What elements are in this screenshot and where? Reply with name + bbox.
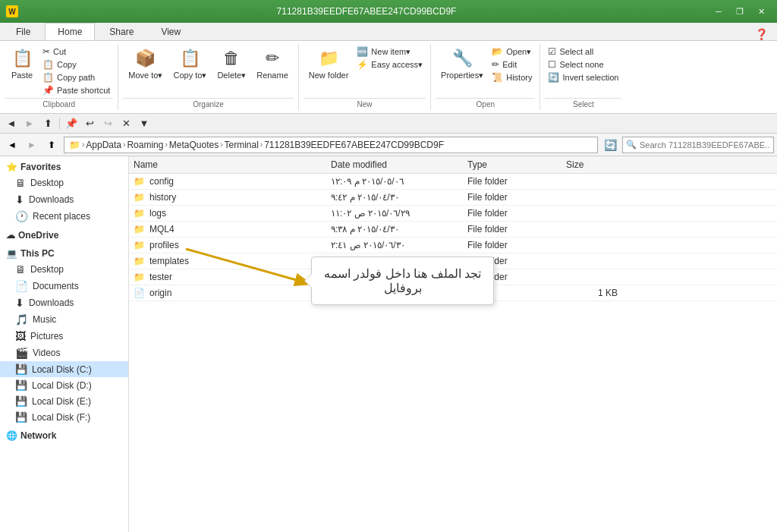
sidebar-item-local-f[interactable]: 💾 Local Disk (F:) [0, 409, 128, 425]
file-list-area: Name Date modified Type Size 📁 config ٢٠… [129, 156, 777, 532]
toolbar-undo-button[interactable]: ↩ [81, 115, 98, 132]
toolbar-redo-button[interactable]: ↪ [99, 115, 116, 132]
tab-file[interactable]: File [3, 23, 43, 40]
callout-line1: تجد الملف هنا داخل فولدر اسمه [324, 266, 481, 281]
ribbon-open-button[interactable]: 📂 Open▾ [489, 46, 535, 58]
file-row-logs[interactable]: 📁 logs ٢٠١٥/٠٦/٢٩ ص ١١:٠٢ File folder [129, 206, 777, 222]
cut-icon: ✂ [42, 46, 50, 57]
delete-icon: 🗑 [219, 46, 244, 71]
toolbar-pin-button[interactable]: 📌 [63, 115, 80, 132]
sidebar: ⭐ Favorites 🖥 Desktop ⬇ Downloads 🕐 Rece… [0, 156, 129, 532]
callout-tooltip: تجد الملف هنا داخل فولدر اسمه بروفايل [311, 257, 494, 305]
file-row-mql4[interactable]: 📁 MQL4 ٢٠١٥/٠٤/٣٠ م ٩:٣٨ File folder [129, 222, 777, 238]
origin-file-icon: 📄 [134, 288, 145, 298]
ribbon-selectnone-button[interactable]: ☐ Select none [545, 58, 621, 71]
pictures-icon: 🖼 [15, 330, 26, 342]
thispc-icon: 💻 [6, 248, 17, 259]
tab-bar: File Home Share View ❓ [0, 23, 777, 41]
nav-forward-button[interactable]: ► [23, 136, 41, 154]
ribbon-invertselection-button[interactable]: 🔄 Invert selection [545, 71, 621, 83]
sidebar-item-local-e[interactable]: 💾 Local Disk (E:) [0, 393, 128, 409]
sidebar-item-local-c[interactable]: 💾 Local Disk (C:) [0, 361, 128, 377]
ribbon-edit-button[interactable]: ✏ Edit [489, 58, 535, 71]
search-bar[interactable]: 🔍 [622, 137, 774, 153]
sidebar-favorites-header[interactable]: ⭐ Favorites [0, 159, 128, 175]
ribbon-history-button[interactable]: 📜 History [489, 71, 535, 83]
mql4-folder-icon: 📁 [134, 224, 145, 235]
maximize-button[interactable]: ❐ [730, 4, 750, 19]
ribbon-newitem-button[interactable]: 🆕 New item▾ [354, 46, 426, 58]
logs-folder-icon: 📁 [134, 208, 145, 219]
downloads-pc-icon: ⬇ [15, 297, 24, 309]
quick-access-toolbar: ◄ ► ⬆ 📌 ↩ ↪ ✕ ▼ [0, 114, 777, 134]
ribbon-delete-button[interactable]: 🗑 Delete▾ [212, 44, 251, 83]
ribbon-group-clipboard: 📋 Paste ✂ Cut 📋 Copy 📋 Copy path [0, 44, 118, 110]
close-button[interactable]: ✕ [751, 4, 771, 19]
ribbon-group-open: 🔧 Properties▾ 📂 Open▾ ✏ Edit 📜 History [431, 44, 540, 110]
file-row-config[interactable]: 📁 config ٢٠١٥/٠٥/٠٦ م ١٢:٠٩ File folder [129, 174, 777, 190]
ribbon-moveto-button[interactable]: 📦 Move to▾ [123, 44, 168, 83]
toolbar-forward-button[interactable]: ► [21, 115, 38, 132]
address-path-bar[interactable]: 📁 › AppData › Roaming › MetaQuotes › Ter… [64, 137, 598, 153]
sidebar-item-desktop-pc[interactable]: 🖥 Desktop [0, 261, 128, 278]
ribbon-copyto-button[interactable]: 📋 Copy to▾ [168, 44, 212, 83]
col-header-type[interactable]: Type [463, 158, 562, 172]
sidebar-item-music[interactable]: 🎵 Music [0, 311, 128, 328]
sidebar-item-local-d[interactable]: 💾 Local Disk (D:) [0, 377, 128, 393]
nav-up-button[interactable]: ⬆ [42, 136, 61, 154]
toolbar-back-button[interactable]: ◄ [3, 115, 20, 132]
ribbon-rename-button[interactable]: ✏ Rename [251, 44, 294, 82]
ribbon-properties-button[interactable]: 🔧 Properties▾ [436, 44, 489, 83]
sidebar-item-recent[interactable]: 🕐 Recent places [0, 208, 128, 225]
copyto-icon: 📋 [178, 46, 202, 71]
tab-home[interactable]: Home [45, 23, 95, 40]
moveto-icon: 📦 [134, 46, 158, 71]
videos-icon: 🎬 [15, 347, 28, 359]
col-header-date[interactable]: Date modified [326, 158, 463, 172]
tab-view[interactable]: View [148, 23, 193, 40]
col-header-size[interactable]: Size [562, 158, 622, 172]
path-icon: 📁 [69, 140, 80, 150]
file-row-profiles[interactable]: 📁 profiles ٢٠١٥/٠٦/٣٠ ص ٢:٤١ File folder [129, 238, 777, 253]
tab-share[interactable]: Share [96, 23, 146, 40]
sidebar-item-desktop-fav[interactable]: 🖥 Desktop [0, 175, 128, 191]
ribbon-easyaccess-button[interactable]: ⚡ Easy access▾ [354, 58, 426, 71]
nav-back-button[interactable]: ◄ [3, 136, 21, 154]
sidebar-item-downloads-pc[interactable]: ⬇ Downloads [0, 294, 128, 311]
sidebar-item-videos[interactable]: 🎬 Videos [0, 345, 128, 361]
sidebar-item-pictures[interactable]: 🖼 Pictures [0, 328, 128, 345]
desktop-pc-icon: 🖥 [15, 263, 26, 275]
invertselection-icon: 🔄 [548, 72, 559, 83]
toolbar-delete-button[interactable]: ✕ [118, 115, 134, 132]
local-c-icon: 💾 [15, 364, 27, 375]
window-controls: ─ ❐ ✕ [709, 4, 771, 19]
open-label: Open [436, 98, 535, 110]
col-header-name[interactable]: Name [129, 158, 326, 172]
refresh-button[interactable]: 🔄 [601, 136, 619, 154]
toolbar-up-button[interactable]: ⬆ [39, 115, 56, 132]
ribbon-paste-button[interactable]: 📋 Paste [5, 44, 39, 82]
sidebar-onedrive-header[interactable]: ☁ OneDrive [0, 228, 128, 243]
sidebar-network-header[interactable]: 🌐 Network [0, 428, 128, 443]
ribbon-newfolder-button[interactable]: 📁 New folder [304, 44, 354, 82]
ribbon-copy-path-button[interactable]: 📋 Copy path [39, 71, 113, 83]
desktop-fav-icon: 🖥 [15, 177, 26, 189]
search-input[interactable] [640, 140, 770, 150]
newfolder-icon: 📁 [316, 46, 341, 71]
sidebar-item-documents[interactable]: 📄 Documents [0, 278, 128, 294]
sidebar-thispc-header[interactable]: 💻 This PC [0, 246, 128, 261]
select-label: Select [545, 98, 621, 110]
ribbon-group-new: 📁 New folder 🆕 New item▾ ⚡ Easy access▾ … [299, 44, 431, 110]
toolbar-more-button[interactable]: ▼ [136, 115, 153, 132]
help-icon[interactable]: ❓ [755, 28, 768, 40]
sidebar-item-downloads-fav[interactable]: ⬇ Downloads [0, 191, 128, 208]
ribbon-selectall-button[interactable]: ☑ Select all [545, 46, 621, 58]
ribbon-cut-button[interactable]: ✂ Cut [39, 46, 113, 58]
file-row-history[interactable]: 📁 history ٢٠١٥/٠٤/٣٠ م ٩:٤٢ File folder [129, 190, 777, 206]
ribbon-paste-shortcut-button[interactable]: 📌 Paste shortcut [39, 84, 113, 96]
clipboard-label: Clipboard [5, 98, 113, 110]
downloads-fav-icon: ⬇ [15, 194, 24, 206]
ribbon-copy-button[interactable]: 📋 Copy [39, 58, 113, 71]
ribbon-group-select: ☑ Select all ☐ Select none 🔄 Invert sele… [540, 44, 626, 110]
minimize-button[interactable]: ─ [709, 4, 728, 19]
